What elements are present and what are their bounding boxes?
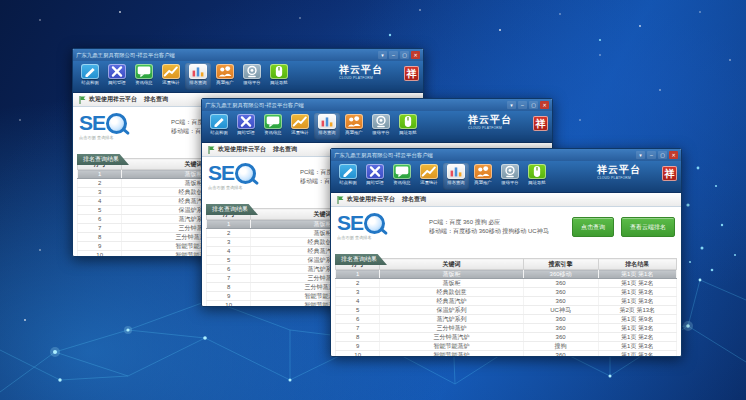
table-row[interactable]: 10智能节能蒸炉360第1页 第3名 (336, 351, 677, 358)
people-icon (216, 64, 234, 79)
pencil-icon (339, 164, 357, 179)
title-bar[interactable]: 广东九鼎王厨具有限公司-祥云平台客户端 ▾ – ▢ ✕ (73, 49, 423, 61)
toolbar-item-monitor[interactable]: 微信平台 (368, 113, 394, 140)
table-row[interactable]: 4经典蒸汽炉360第1页 第3名 (336, 297, 677, 306)
table-row[interactable]: 9智能节能蒸炉搜狗第1页 第3名 (336, 342, 677, 351)
view-cloud-rank-button[interactable]: 查看云端排名 (621, 217, 675, 237)
close-button[interactable]: ✕ (411, 51, 420, 59)
toolbar-item-tools[interactable]: 网站管理 (362, 163, 388, 190)
tab-rank-results[interactable]: 排名查询结果 (206, 204, 258, 215)
toolbar-item-bar-chart[interactable]: 排名查询 (314, 113, 340, 140)
minimize-button[interactable]: – (518, 101, 527, 109)
title-bar[interactable]: 广东九鼎王厨具有限公司-祥云平台客户端 ▾ – ▢ ✕ (202, 99, 552, 111)
table-cell: 8 (207, 283, 251, 292)
seo-logo-text: SE (337, 212, 363, 234)
table-cell: 6 (207, 265, 251, 274)
table-row[interactable]: 5保温炉系列UC神马第2页 第13名 (336, 306, 677, 315)
magnifier-icon (364, 213, 385, 234)
main-toolbar: 站点检测网站管理资讯信息流量统计排名查询商盟推广微信平台网址导航 祥云平台 CL… (331, 161, 681, 193)
table-cell: 3 (336, 288, 380, 297)
title-bar[interactable]: 广东九鼎王厨具有限公司-祥云平台客户端 ▾ – ▢ ✕ (331, 149, 681, 161)
query-button[interactable]: 点击查询 (572, 217, 614, 237)
toolbar-items: 站点检测网站管理资讯信息流量统计排名查询商盟推广微信平台网址导航 (335, 163, 550, 190)
toolbar-item-people[interactable]: 商盟推广 (212, 63, 238, 90)
skin-button[interactable]: ▾ (636, 151, 645, 159)
table-cell: 360 (523, 297, 598, 306)
tab-rank-results[interactable]: 排名查询结果 (335, 254, 387, 265)
toolbar-item-label: 网站管理 (108, 80, 125, 86)
tab-rank-results[interactable]: 排名查询结果 (77, 154, 129, 165)
toolbar-item-mouse[interactable]: 网址导航 (395, 113, 421, 140)
table-cell: 第1页 第3名 (598, 288, 676, 297)
close-button[interactable]: ✕ (540, 101, 549, 109)
seo-logo-caption: 点击右侧 查询排名 (337, 235, 401, 241)
toolbar-item-label: 网址导航 (528, 180, 545, 186)
brand-title: 祥云平台 (339, 65, 401, 75)
toolbar-item-label: 商盟推广 (474, 180, 491, 186)
table-row[interactable]: 3经典款创意360第1页 第3名 (336, 288, 677, 297)
main-toolbar: 站点检测网站管理资讯信息流量统计排名查询商盟推广微信平台网址导航 祥云平台 CL… (73, 61, 423, 93)
toolbar-item-monitor[interactable]: 微信平台 (497, 163, 523, 190)
table-row[interactable]: 1蒸饭柜360移动第1页 第1名 (336, 270, 677, 279)
toolbar-item-message[interactable]: 资讯信息 (131, 63, 157, 90)
brand-subtitle: CLOUD PLATFORM (339, 75, 373, 79)
table-row[interactable]: 6蒸汽炉系列360第1页 第9名 (336, 315, 677, 324)
toolbar-item-line-chart[interactable]: 流量统计 (416, 163, 442, 190)
toolbar-item-pencil[interactable]: 站点检测 (206, 113, 232, 140)
toolbar-item-pencil[interactable]: 站点检测 (335, 163, 361, 190)
table-cell: 搜狗 (523, 342, 598, 351)
toolbar-item-bar-chart[interactable]: 排名查询 (443, 163, 469, 190)
table-cell: 360移动 (523, 270, 598, 279)
table-cell: 360 (523, 351, 598, 358)
table-cell: 360 (523, 324, 598, 333)
skin-button[interactable]: ▾ (507, 101, 516, 109)
table-cell: 10 (78, 251, 122, 258)
table-cell: 10 (207, 301, 251, 308)
toolbar-item-people[interactable]: 商盟推广 (470, 163, 496, 190)
bar-chart-icon (189, 64, 207, 79)
table-cell: 360 (523, 288, 598, 297)
toolbar-item-label: 排名查询 (318, 130, 335, 136)
toolbar-item-line-chart[interactable]: 流量统计 (158, 63, 184, 90)
toolbar-item-mouse[interactable]: 网址导航 (524, 163, 550, 190)
line-chart-icon (420, 164, 438, 179)
toolbar-item-label: 流量统计 (291, 130, 308, 136)
toolbar-item-label: 资讯信息 (135, 80, 152, 86)
table-cell: 7 (78, 224, 122, 233)
table-row[interactable]: 8三分钟蒸汽炉360第1页 第2名 (336, 333, 677, 342)
toolbar-item-label: 流量统计 (420, 180, 437, 186)
table-cell: 第1页 第2名 (598, 279, 676, 288)
toolbar-item-tools[interactable]: 网站管理 (233, 113, 259, 140)
brand-logo: 祥云平台 CLOUD PLATFORM 祥 (339, 65, 419, 81)
table-cell: 9 (78, 242, 122, 251)
toolbar-item-monitor[interactable]: 微信平台 (239, 63, 265, 90)
brand-seal: 祥 (533, 116, 548, 131)
toolbar-item-message[interactable]: 资讯信息 (389, 163, 415, 190)
toolbar-item-label: 微信平台 (501, 180, 518, 186)
minimize-button[interactable]: – (647, 151, 656, 159)
column-header[interactable]: 搜索引擎 (523, 259, 598, 270)
maximize-button[interactable]: ▢ (400, 51, 409, 59)
toolbar-item-line-chart[interactable]: 流量统计 (287, 113, 313, 140)
minimize-button[interactable]: – (389, 51, 398, 59)
table-cell: 3 (207, 238, 251, 247)
toolbar-item-bar-chart[interactable]: 排名查询 (185, 63, 211, 90)
table-row[interactable]: 7三分钟蒸炉360第1页 第3名 (336, 324, 677, 333)
toolbar-item-people[interactable]: 商盟推广 (341, 113, 367, 140)
toolbar-item-pencil[interactable]: 站点检测 (77, 63, 103, 90)
mouse-icon (270, 64, 288, 79)
maximize-button[interactable]: ▢ (529, 101, 538, 109)
table-row[interactable]: 2蒸饭柜360第1页 第2名 (336, 279, 677, 288)
toolbar-item-tools[interactable]: 网站管理 (104, 63, 130, 90)
maximize-button[interactable]: ▢ (658, 151, 667, 159)
close-button[interactable]: ✕ (669, 151, 678, 159)
toolbar-item-label: 资讯信息 (393, 180, 410, 186)
table-cell: 2 (207, 229, 251, 238)
skin-button[interactable]: ▾ (378, 51, 387, 59)
table-cell: 2 (336, 279, 380, 288)
toolbar-item-mouse[interactable]: 网址导航 (266, 63, 292, 90)
window-controls: ▾ – ▢ ✕ (636, 151, 678, 159)
column-header[interactable]: 排名结果 (598, 259, 676, 270)
column-header[interactable]: 关键词 (380, 259, 523, 270)
toolbar-item-message[interactable]: 资讯信息 (260, 113, 286, 140)
